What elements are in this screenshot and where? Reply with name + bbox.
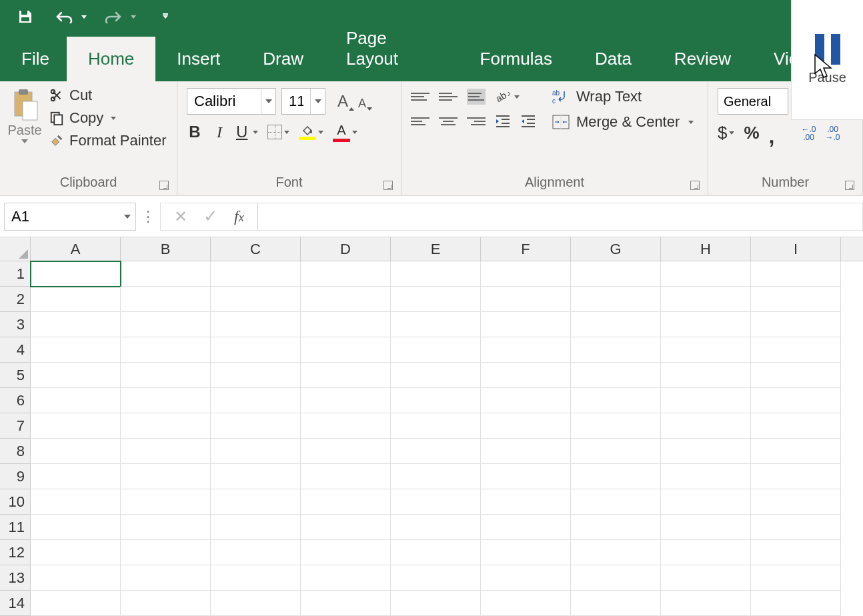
cell[interactable] — [661, 388, 751, 413]
underline-button[interactable]: U — [236, 121, 258, 143]
cell[interactable] — [211, 287, 301, 312]
tab-home[interactable]: Home — [67, 37, 155, 81]
cell[interactable] — [481, 515, 571, 540]
tab-page-layout[interactable]: Page Layout — [325, 16, 459, 81]
cell[interactable] — [301, 287, 391, 312]
undo-dropdown[interactable] — [81, 15, 87, 19]
pause-widget[interactable]: Pause — [791, 0, 863, 120]
customize-qat-dropdown[interactable] — [163, 15, 168, 19]
font-size-combo[interactable] — [281, 88, 325, 115]
row-header[interactable]: 14 — [0, 591, 30, 616]
cell[interactable] — [31, 464, 121, 489]
cell[interactable] — [751, 312, 841, 337]
cell[interactable] — [481, 337, 571, 363]
cell[interactable] — [571, 439, 661, 464]
undo-button[interactable] — [52, 5, 76, 29]
cell[interactable] — [391, 287, 481, 312]
cell[interactable] — [31, 591, 121, 616]
font-color-button[interactable]: A — [333, 121, 357, 143]
row-header[interactable]: 13 — [0, 565, 30, 591]
column-header[interactable]: F — [481, 237, 571, 261]
cell[interactable] — [121, 388, 211, 413]
cell[interactable] — [121, 515, 211, 540]
cell[interactable] — [121, 261, 211, 287]
cell[interactable] — [751, 439, 841, 464]
align-middle-button[interactable] — [439, 89, 458, 105]
column-header[interactable]: B — [121, 237, 211, 261]
cell[interactable] — [481, 540, 571, 565]
decrease-indent-button[interactable] — [495, 115, 511, 128]
align-right-button[interactable] — [467, 113, 486, 129]
name-box[interactable] — [4, 203, 136, 231]
row-header[interactable]: 9 — [0, 464, 30, 489]
cell[interactable] — [751, 363, 841, 388]
cell[interactable] — [211, 337, 301, 363]
cell[interactable] — [121, 464, 211, 489]
cell[interactable] — [211, 591, 301, 616]
alignment-dialog-launcher[interactable] — [690, 181, 700, 190]
cell[interactable] — [31, 261, 121, 287]
tab-file[interactable]: File — [4, 37, 67, 81]
redo-dropdown[interactable] — [131, 15, 136, 19]
cell[interactable] — [31, 312, 121, 337]
row-header[interactable]: 12 — [0, 540, 30, 565]
cell[interactable] — [31, 439, 121, 464]
cell[interactable] — [571, 565, 661, 591]
merge-center-button[interactable]: Merge & Center — [552, 113, 694, 131]
cell[interactable] — [481, 464, 571, 489]
font-name-dropdown[interactable] — [261, 89, 275, 114]
enter-formula-button[interactable]: ✓ — [203, 206, 218, 227]
cell[interactable] — [571, 287, 661, 312]
cell[interactable] — [211, 388, 301, 413]
cell[interactable] — [301, 489, 391, 515]
cell[interactable] — [211, 261, 301, 287]
cell[interactable] — [301, 413, 391, 439]
row-header[interactable]: 3 — [0, 312, 30, 337]
cell[interactable] — [751, 540, 841, 565]
cell[interactable] — [31, 388, 121, 413]
column-header[interactable]: A — [31, 237, 121, 261]
cell[interactable] — [391, 261, 481, 287]
cell[interactable] — [301, 312, 391, 337]
row-header[interactable]: 8 — [0, 439, 30, 464]
cell[interactable] — [121, 591, 211, 616]
cell[interactable] — [391, 363, 481, 388]
column-header[interactable]: D — [301, 237, 391, 261]
cell[interactable] — [571, 591, 661, 616]
cell[interactable] — [661, 413, 751, 439]
cell[interactable] — [301, 388, 391, 413]
cell[interactable] — [211, 489, 301, 515]
cell[interactable] — [31, 489, 121, 515]
cell[interactable] — [211, 565, 301, 591]
cell[interactable] — [661, 312, 751, 337]
cell[interactable] — [121, 540, 211, 565]
cell[interactable] — [301, 591, 391, 616]
cell[interactable] — [751, 261, 841, 287]
cell[interactable] — [571, 261, 661, 287]
format-painter-button[interactable]: Format Painter — [49, 132, 167, 149]
font-size-dropdown[interactable] — [310, 89, 325, 114]
increase-font-button[interactable]: A — [337, 92, 354, 111]
cell[interactable] — [661, 489, 751, 515]
fill-color-button[interactable] — [299, 121, 323, 143]
cell[interactable] — [481, 413, 571, 439]
cell[interactable] — [571, 464, 661, 489]
cell[interactable] — [571, 540, 661, 565]
cell[interactable] — [121, 565, 211, 591]
cell[interactable] — [391, 565, 481, 591]
cancel-formula-button[interactable]: ✕ — [174, 207, 187, 226]
number-format-combo[interactable]: General — [718, 88, 788, 115]
cell[interactable] — [481, 388, 571, 413]
redo-button[interactable] — [101, 5, 125, 29]
cell[interactable] — [31, 540, 121, 565]
column-header[interactable]: G — [571, 237, 661, 261]
cell[interactable] — [751, 413, 841, 439]
row-header[interactable]: 2 — [0, 287, 30, 312]
align-bottom-button[interactable] — [467, 89, 486, 105]
borders-button[interactable] — [267, 121, 289, 143]
cell[interactable] — [391, 439, 481, 464]
name-box-input[interactable] — [5, 208, 119, 225]
cell[interactable] — [31, 363, 121, 388]
cell[interactable] — [571, 312, 661, 337]
name-box-dropdown[interactable] — [119, 203, 135, 230]
